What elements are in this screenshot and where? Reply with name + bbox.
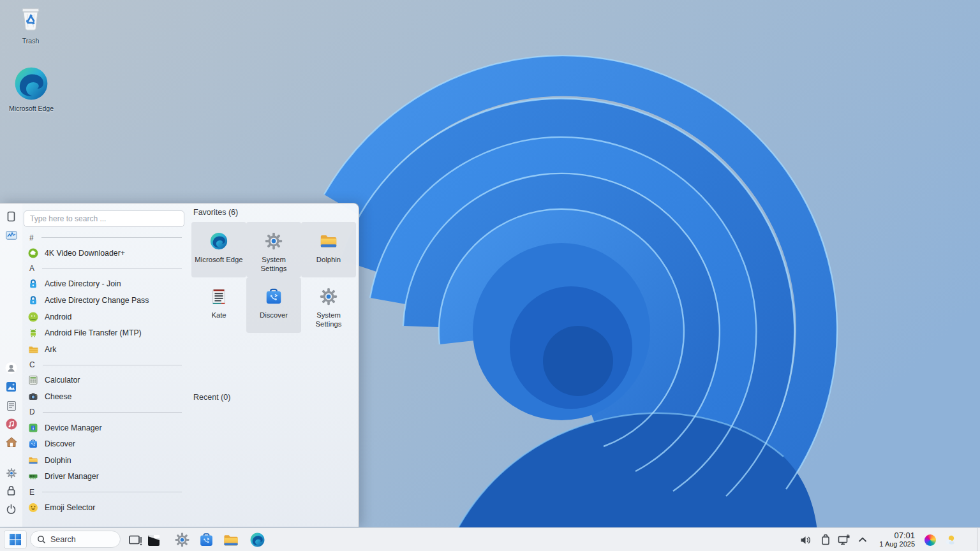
- system-settings-icon: [319, 287, 338, 306]
- app-item[interactable]: Discover: [22, 436, 187, 452]
- discover-icon[interactable]: [197, 531, 215, 548]
- documents-icon[interactable]: [5, 400, 17, 412]
- discover-icon: [264, 287, 283, 306]
- active-directory-icon: [28, 295, 38, 305]
- active-directory-icon: [28, 279, 38, 289]
- app-item[interactable]: Cheese: [22, 388, 187, 405]
- favorite-tile-system-settings[interactable]: System Settings: [301, 277, 356, 333]
- start-button[interactable]: [4, 530, 27, 549]
- app-item[interactable]: Dolphin: [22, 452, 187, 469]
- app-item[interactable]: Active Directory - Join: [22, 276, 187, 293]
- app-item[interactable]: Android: [22, 309, 187, 325]
- start-menu-sidebar: [0, 203, 22, 527]
- favorite-tile-system-settings[interactable]: System Settings: [246, 222, 301, 277]
- taskbar-search[interactable]: Search: [30, 531, 121, 548]
- taskbar: Search: [0, 527, 980, 551]
- settings-icon[interactable]: [5, 467, 17, 479]
- desktop-icon-label: Microsoft Edge: [9, 105, 54, 112]
- dolphin-icon: [319, 231, 338, 251]
- start-menu-search-input[interactable]: [24, 210, 184, 227]
- calculator-icon: [28, 375, 38, 385]
- favorite-tile-microsoft-edge[interactable]: Microsoft Edge: [191, 222, 246, 277]
- volume-icon[interactable]: [799, 534, 812, 546]
- tablet-icon[interactable]: [5, 210, 17, 223]
- search-icon: [37, 535, 46, 544]
- section-header: #: [22, 230, 187, 245]
- music-icon[interactable]: [5, 418, 17, 430]
- ark-icon: [28, 344, 38, 355]
- app-list: # 4K Video Downloader+ A Active Director…: [22, 230, 187, 516]
- desktop-icon-trash[interactable]: Trash: [9, 5, 52, 45]
- app-item[interactable]: Device Manager: [22, 420, 187, 436]
- device-manager-icon: [28, 423, 38, 433]
- clock-time: 07:01: [894, 531, 915, 540]
- virtual-desktops-icon[interactable]: [127, 531, 145, 548]
- power-icon[interactable]: [5, 503, 17, 515]
- clock-date: 1 Aug 2025: [879, 540, 915, 548]
- 4k-video-downloader-icon: [28, 248, 38, 258]
- section-header: A: [22, 261, 187, 276]
- desktop-screen: Trash Microsoft Edge: [0, 0, 980, 551]
- discover-icon: [28, 439, 38, 449]
- favorite-tile-kate[interactable]: Kate: [191, 277, 246, 333]
- kate-icon: [209, 287, 228, 306]
- edge-icon: [13, 65, 50, 102]
- dolphin-icon[interactable]: [222, 531, 240, 548]
- home-icon[interactable]: [5, 436, 17, 448]
- section-header: E: [22, 485, 187, 499]
- windows-logo-icon: [10, 534, 21, 545]
- taskbar-search-label: Search: [50, 535, 76, 544]
- system-settings-icon[interactable]: [173, 531, 191, 548]
- favorite-tile-dolphin[interactable]: Dolphin: [301, 222, 356, 277]
- desktop-icon-label: Trash: [22, 37, 39, 45]
- copilot-icon[interactable]: [923, 533, 937, 547]
- edge-icon: [209, 231, 228, 251]
- network-icon[interactable]: [838, 534, 850, 546]
- lock-icon[interactable]: [5, 485, 17, 497]
- expand-tray-icon[interactable]: [856, 534, 869, 546]
- app-item[interactable]: Emoji Selector: [22, 499, 187, 516]
- favorites-header: Favorites (6): [193, 208, 238, 217]
- user-avatar-icon[interactable]: [5, 362, 17, 374]
- app-item[interactable]: Calculator: [22, 372, 187, 389]
- favorites-grid: Microsoft Edge System Settings Dolphin K…: [191, 222, 356, 333]
- pictures-icon[interactable]: [5, 381, 17, 393]
- emoji-selector-icon: [28, 503, 38, 513]
- desktop-icon-edge[interactable]: Microsoft Edge: [6, 65, 56, 112]
- activity-chart-icon[interactable]: [5, 229, 17, 241]
- edge-icon[interactable]: [248, 531, 266, 548]
- cheese-icon: [28, 392, 38, 402]
- system-settings-icon: [264, 231, 283, 251]
- show-desktop-icon[interactable]: [145, 531, 163, 548]
- android-file-transfer-icon: [28, 328, 38, 338]
- android-icon: [28, 312, 38, 322]
- start-menu: # 4K Video Downloader+ A Active Director…: [0, 203, 359, 527]
- driver-manager-icon: [28, 471, 38, 481]
- weather-icon[interactable]: [943, 533, 957, 547]
- app-item[interactable]: Ark: [22, 341, 187, 358]
- section-header: D: [22, 405, 187, 420]
- app-item[interactable]: Driver Manager: [22, 469, 187, 485]
- favorite-tile-discover[interactable]: Discover: [246, 277, 301, 333]
- app-item[interactable]: 4K Video Downloader+: [22, 245, 187, 261]
- trash-icon: [17, 5, 45, 34]
- peek-desktop-button[interactable]: [977, 528, 980, 551]
- app-item[interactable]: Android File Transfer (MTP): [22, 325, 187, 341]
- recent-header: Recent (0): [193, 393, 230, 402]
- section-header: C: [22, 358, 187, 372]
- clipboard-icon[interactable]: [819, 534, 832, 546]
- app-item[interactable]: Active Directory Change Pass: [22, 292, 187, 309]
- dolphin-icon: [28, 455, 38, 466]
- clock[interactable]: 07:01 1 Aug 2025: [869, 530, 915, 550]
